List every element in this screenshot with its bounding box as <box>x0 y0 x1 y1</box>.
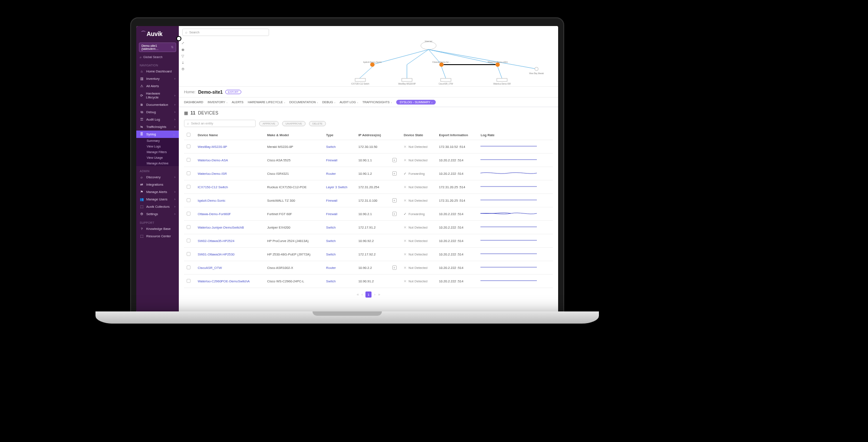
table-row[interactable]: Waterloo-C2960POE-DemoSwitchACisco WS-C2… <box>184 275 553 288</box>
table-row[interactable]: ICX7150-C12 SwitchRuckus ICX7150-C12-POE… <box>184 180 553 194</box>
sidebar-item-audit-log[interactable]: ☰Audit Log› <box>136 116 179 123</box>
tab-syslog-summary[interactable]: SYSLOG - SUMMARY › <box>396 100 436 105</box>
download-icon[interactable]: ⤓ <box>181 61 184 65</box>
device-name-link[interactable]: WestBay-MS220-8P <box>198 145 227 149</box>
row-checkbox[interactable] <box>187 185 191 189</box>
sidebar-item-manage-users[interactable]: 👥Manage Users› <box>136 196 179 203</box>
tab-audit-log[interactable]: AUDIT LOG › <box>339 101 358 104</box>
sidebar-item-all-alerts[interactable]: ⚠All Alerts <box>136 82 179 90</box>
row-checkbox[interactable] <box>187 158 191 162</box>
fit-icon[interactable]: ⤢ <box>181 41 184 45</box>
sidebar-item-hardware-lifecycle[interactable]: ⟳Hardware Lifecycle› <box>136 90 179 101</box>
row-checkbox[interactable] <box>187 225 191 229</box>
export-button[interactable]: EXPORT <box>225 90 241 94</box>
search-input[interactable]: ⌕ Search <box>182 29 269 36</box>
page-number[interactable]: 1 <box>365 291 372 298</box>
sidebar-item-integrations[interactable]: ⇄Integrations <box>136 181 179 188</box>
row-checkbox[interactable] <box>187 252 191 256</box>
entity-select[interactable]: ⌕ Select an entity <box>184 120 256 127</box>
device-type-link[interactable]: Switch <box>326 226 335 229</box>
sidebar-item-knowledge-base[interactable]: ?Knowledge Base <box>136 225 179 232</box>
table-row[interactable]: CiscoASR_OTWCisco ASR1002-XRouter10.90.2… <box>184 261 553 275</box>
device-name-link[interactable]: Waterloo-Juniper-DemoSwitchB <box>198 226 244 229</box>
sidebar-subitem-manage-filters[interactable]: Manage Filters <box>136 149 179 155</box>
sidebar-item-inventory[interactable]: ▥Inventory› <box>136 75 179 82</box>
column-header[interactable]: Device Name <box>195 131 265 140</box>
sidebar-item-auvik-collectors[interactable]: ⬚Auvik Collectors› <box>136 203 179 210</box>
sidebar-item-discovery[interactable]: ⌕Discovery› <box>136 174 179 181</box>
topology-map[interactable]: ⤢ ◉ ▽ ⤓ ⚙ Internet <box>179 39 558 86</box>
table-row[interactable]: WestBay-MS220-8PMeraki MS220-8PSwitch172… <box>184 140 553 154</box>
eye-icon[interactable]: ◉ <box>181 48 184 52</box>
device-name-link[interactable]: SW01-Ottawa34-HP2530 <box>198 252 235 256</box>
tab-debug[interactable]: DEBUG › <box>322 101 335 104</box>
global-search[interactable]: ⌕ Global Search <box>136 54 179 60</box>
device-type-link[interactable]: Switch <box>326 239 335 243</box>
device-name-link[interactable]: Iqaluit-Demo-Sonic <box>198 199 226 203</box>
expand-ip-icon[interactable]: + <box>392 212 397 216</box>
prev-page-icon[interactable]: ‹ <box>362 292 363 297</box>
row-checkbox[interactable] <box>187 279 191 283</box>
sidebar-item-documentation[interactable]: 🗎Documentation› <box>136 101 179 108</box>
delete-button[interactable]: DELETE <box>309 121 326 126</box>
device-type-link[interactable]: Switch <box>326 279 335 283</box>
row-checkbox[interactable] <box>187 265 191 269</box>
expand-ip-icon[interactable]: + <box>392 171 397 176</box>
device-type-link[interactable]: Switch <box>326 252 335 256</box>
sidebar-item-syslog[interactable]: ≣Syslog ⌄ <box>136 131 179 138</box>
column-header[interactable]: Log Rate <box>478 131 553 140</box>
unapprove-button[interactable]: UNAPPROVE <box>282 121 306 126</box>
tab-trafficinsights[interactable]: TRAFFICINSIGHTS › <box>362 101 392 104</box>
sidebar-subitem-view-logs[interactable]: View Logs <box>136 144 179 149</box>
device-name-link[interactable]: Waterloo-Demo-ISR <box>198 172 227 176</box>
expand-ip-icon[interactable]: + <box>392 158 397 162</box>
device-name-link[interactable]: Waterloo-C2960POE-DemoSwitchA <box>198 279 250 283</box>
sidebar-item-resource-center[interactable]: ⬚Resource Center <box>136 232 179 240</box>
row-checkbox[interactable] <box>187 198 191 202</box>
filter-icon[interactable]: ▽ <box>181 54 184 58</box>
device-name-link[interactable]: Ottawa-Demo-Forti60F <box>198 212 231 216</box>
tab-alerts[interactable]: ALERTS <box>232 101 243 104</box>
tab-documentation[interactable]: DOCUMENTATION › <box>289 101 318 104</box>
topology-collapse-icon[interactable] <box>176 36 181 41</box>
expand-ip-icon[interactable]: + <box>392 265 397 270</box>
last-page-icon[interactable]: » <box>378 292 380 297</box>
tab-hardware-lifecycle[interactable]: HARDWARE LIFECYCLE › <box>248 101 285 104</box>
approve-button[interactable]: APPROVE <box>259 121 279 126</box>
row-checkbox[interactable] <box>187 171 191 175</box>
row-checkbox[interactable] <box>187 239 191 242</box>
device-type-link[interactable]: Firewall <box>326 199 337 203</box>
column-header[interactable] <box>390 131 401 140</box>
device-type-link[interactable]: Firewall <box>326 212 337 216</box>
table-row[interactable]: Waterloo-Juniper-DemoSwitchBJuniper EX42… <box>184 221 553 234</box>
tab-dashboard[interactable]: DASHBOARD <box>184 101 203 104</box>
device-type-link[interactable]: Layer 3 Switch <box>326 185 347 189</box>
expand-ip-icon[interactable]: + <box>392 198 397 203</box>
first-page-icon[interactable]: « <box>357 292 359 297</box>
device-type-link[interactable]: Router <box>326 172 336 176</box>
tab-inventory[interactable]: INVENTORY › <box>207 101 227 104</box>
table-row[interactable]: Waterloo-Demo-ASACisco ASA 5525Firewall1… <box>184 154 553 167</box>
table-row[interactable]: Waterloo-Demo-ISRCisco ISR4321Router10.9… <box>184 167 553 180</box>
device-type-link[interactable]: Switch <box>326 145 335 149</box>
column-header[interactable]: Make & Model <box>265 131 324 140</box>
table-row[interactable]: SW01-Ottawa34-HP2530HP 2530-48G-PoEP (J9… <box>184 248 553 261</box>
table-row[interactable]: Iqaluit-Demo-SonicSonicWALL TZ 300Firewa… <box>184 194 553 207</box>
device-name-link[interactable]: SW02-Ottawa35-HP2524 <box>198 239 235 243</box>
select-all-checkbox[interactable] <box>187 133 191 137</box>
sidebar-item-home-dashboard[interactable]: ⌂Home Dashboard <box>136 68 179 75</box>
column-header[interactable]: Type <box>323 131 355 140</box>
sidebar-item-trafficinsights[interactable]: ≒TrafficInsights› <box>136 123 179 131</box>
device-name-link[interactable]: CiscoASR_OTW <box>198 266 222 270</box>
sidebar-item-settings[interactable]: ⚙Settings› <box>136 210 179 218</box>
column-header[interactable]: Device State <box>401 131 436 140</box>
sidebar-subitem-summary[interactable]: Summary <box>136 138 179 144</box>
row-checkbox[interactable] <box>187 212 191 216</box>
next-page-icon[interactable]: › <box>374 292 375 297</box>
column-header[interactable]: Export Information <box>436 131 478 140</box>
device-type-link[interactable]: Firewall <box>326 158 337 162</box>
device-type-link[interactable]: Router <box>326 266 336 270</box>
table-row[interactable]: Ottawa-Demo-Forti60FFortinet FGT 60FFire… <box>184 207 553 221</box>
site-selector[interactable]: Demo-site1 (salesdem… ⇅ <box>139 43 176 52</box>
gear-icon[interactable]: ⚙ <box>181 67 184 71</box>
